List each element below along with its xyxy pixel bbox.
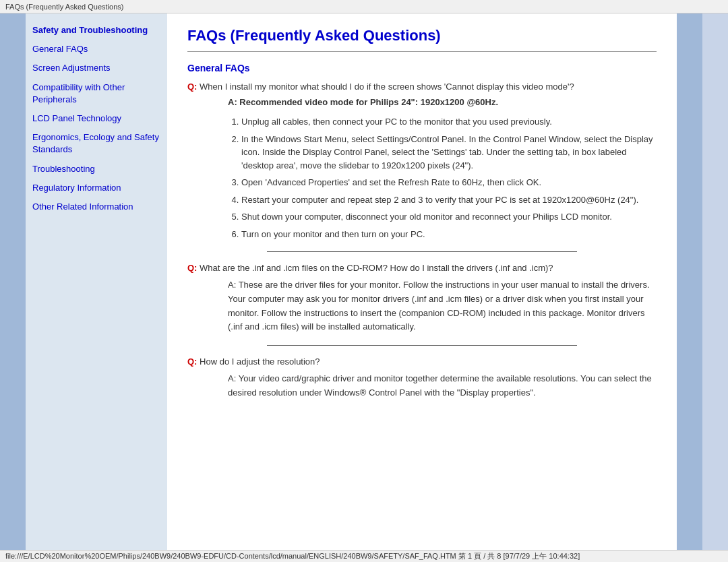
status-bar: file:///E/LCD%20Monitor%20OEM/Philips/24… (0, 550, 728, 562)
q3-label: Q: (187, 356, 197, 367)
page-title: FAQs (Frequently Asked Questions) (187, 27, 657, 44)
q2-text: What are the .inf and .icm files on the … (197, 263, 553, 273)
list-item-5: Turn on your monitor and then turn on yo… (241, 228, 657, 241)
a3-label: A: (228, 373, 236, 383)
answer-1-list: Unplug all cables, then connect your PC … (241, 115, 657, 241)
answer-2: A: These are the driver files for your m… (228, 278, 657, 334)
question-1: Q: When I install my monitor what should… (187, 82, 657, 92)
left-decorative-bar (0, 13, 26, 550)
answer-3: A: Your video card/graphic driver and mo… (228, 372, 657, 400)
answer-1-highlight: A: Recommended video mode for Philips 24… (228, 97, 657, 107)
sidebar-item-1[interactable]: General FAQs (32, 43, 160, 55)
status-bar-text: file:///E/LCD%20Monitor%20OEM/Philips/24… (5, 551, 580, 561)
list-item-3: Restart your computer and repeat step 2 … (241, 193, 657, 207)
title-divider (187, 51, 657, 52)
sidebar-item-5[interactable]: Ergonomics, Ecology and Safety Standards (32, 131, 160, 156)
sidebar-item-7[interactable]: Regulatory Information (32, 182, 160, 194)
sidebar: Safety and TroubleshootingGeneral FAQsSc… (26, 13, 167, 550)
list-item-4: Shut down your computer, disconnect your… (241, 210, 657, 224)
list-item-0: Unplug all cables, then connect your PC … (241, 115, 657, 129)
sidebar-item-3[interactable]: Compatibility with Other Peripherals (32, 82, 160, 106)
q1-label: Q: (187, 82, 197, 92)
sidebar-item-4[interactable]: LCD Panel Technology (32, 113, 160, 125)
list-item-1: In the Windows Start Menu, select Settin… (241, 133, 657, 173)
main-content: FAQs (Frequently Asked Questions) Genera… (167, 13, 677, 550)
section-divider-1 (267, 251, 577, 252)
question-3: Q: How do I adjust the resolution? (187, 356, 657, 367)
q2-label: Q: (187, 263, 197, 273)
list-item-2: Open 'Advanced Properties' and set the R… (241, 176, 657, 189)
title-bar: FAQs (Frequently Asked Questions) (0, 0, 728, 13)
sidebar-item-0[interactable]: Safety and Troubleshooting (32, 24, 160, 36)
far-right-decorative-bar (702, 13, 728, 550)
q3-text: How do I adjust the resolution? (197, 356, 320, 367)
a1-label: A: (228, 97, 237, 107)
sidebar-item-6[interactable]: Troubleshooting (32, 163, 160, 175)
sidebar-item-8[interactable]: Other Related Information (32, 201, 160, 213)
a2-text: These are the driver files for your moni… (228, 280, 650, 332)
title-bar-text: FAQs (Frequently Asked Questions) (5, 3, 123, 11)
section-divider-2 (267, 345, 577, 346)
a3-text: Your video card/graphic driver and monit… (228, 373, 652, 398)
sidebar-item-2[interactable]: Screen Adjustments (32, 62, 160, 74)
question-2: Q: What are the .inf and .icm files on t… (187, 263, 657, 273)
a2-label: A: (228, 280, 236, 290)
q1-text: When I install my monitor what should I … (197, 82, 574, 92)
section-title: General FAQs (187, 63, 657, 73)
right-decorative-bar (677, 13, 702, 550)
a1-highlight-text: Recommended video mode for Philips 24": … (237, 97, 498, 107)
